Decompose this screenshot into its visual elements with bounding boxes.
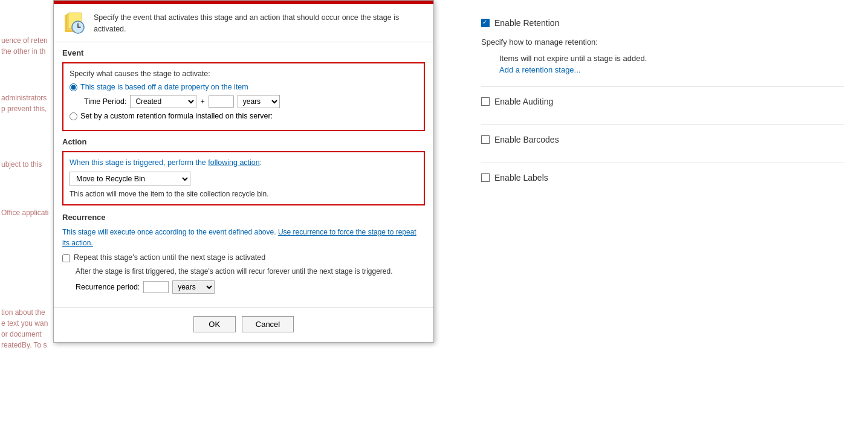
specify-retention-text: Specify how to manage retention: [481,37,844,47]
date-property-select[interactable]: Created Modified Declared Record [130,95,196,108]
action-select[interactable]: Move to Recycle Bin Permanently Delete T… [70,172,190,186]
repeat-checkbox-label[interactable]: Repeat this stage's action until the nex… [74,253,265,262]
recurrence-sub-text: After the stage is first triggered, the … [76,266,425,277]
repeat-checkbox[interactable] [62,254,70,262]
retention-info: Items will not expire until a stage is a… [499,54,844,74]
recurrence-desc-plain: This stage will execute once according t… [62,228,278,236]
dialog-footer: OK Cancel [54,307,433,342]
enable-retention-checkbox[interactable] [481,19,490,27]
radio-custom-formula[interactable] [70,112,77,120]
divider-3 [481,163,844,163]
bg-text-9: or document [1,330,42,338]
bg-text-1: uence of reten [1,36,48,45]
action-red-box: When this stage is triggered, perform th… [62,151,425,205]
recurrence-period-label: Recurrence period: [76,283,140,291]
dialog-body: Event Specify what causes the stage to a… [54,42,433,302]
event-red-box: Specify what causes the stage to activat… [62,62,425,131]
event-section-label: Event [62,48,425,57]
radio-date-property[interactable] [70,83,77,91]
enable-labels-row: Enable Labels [481,173,844,183]
action-section-label: Action [62,137,425,146]
trigger-text-link: following action [208,158,259,167]
time-period-row: Time Period: Created Modified Declared R… [84,95,418,108]
enable-barcodes-row: Enable Barcodes [481,135,844,144]
enable-retention-row: Enable Retention [481,18,844,28]
enable-barcodes-label: Enable Barcodes [494,135,559,144]
recurrence-period-unit-select[interactable]: years months days [172,280,215,294]
bg-text-6: Office applicati [1,208,49,217]
radio-formula-label[interactable]: Set by a custom retention formula instal… [80,112,273,120]
trigger-text-plain: When this stage is triggered, perform th… [70,158,208,167]
action-select-row: Move to Recycle Bin Permanently Delete T… [70,172,418,186]
dialog-description: Specify the event that activates this st… [94,12,425,35]
enable-auditing-checkbox[interactable] [481,97,490,106]
specify-cause-text: Specify what causes the stage to activat… [70,69,418,78]
add-retention-stage-link[interactable]: Add a retention stage... [499,65,580,74]
radio-date-property-row: This stage is based off a date property … [70,83,418,91]
recurrence-period-input[interactable] [143,281,169,293]
bg-text-10: reatedBy. To s [1,341,47,349]
action-trigger-text: When this stage is triggered, perform th… [70,158,418,167]
radio-date-label[interactable]: This stage is based off a date property … [80,83,248,91]
radio-custom-formula-row: Set by a custom retention formula instal… [70,112,418,120]
enable-labels-checkbox[interactable] [481,173,490,182]
trigger-text-colon: : [260,158,262,167]
stage-dialog: Specify the event that activates this st… [53,0,434,343]
recurrence-description: This stage will execute once according t… [62,227,425,248]
bg-text-8: e text you wan [1,319,48,328]
stage-icon [62,11,86,36]
time-period-number-input[interactable] [209,95,234,108]
repeat-checkbox-row: Repeat this stage's action until the nex… [62,253,425,262]
ok-button[interactable]: OK [193,316,236,332]
time-period-unit-select[interactable]: years months days [238,95,280,108]
bg-text-3: administrators [1,94,47,102]
bg-text-4: p prevent this, [1,105,47,113]
plus-sign: + [200,97,204,106]
enable-retention-label: Enable Retention [494,18,559,28]
retention-info-line1: Items will not expire until a stage is a… [499,54,844,63]
action-info-text: This action will move the item to the si… [70,190,418,198]
bg-text-7: tion about the [1,308,45,317]
divider-1 [481,86,844,87]
bg-text-2: the other in th [1,47,45,56]
cancel-button[interactable]: Cancel [242,316,294,332]
time-period-label: Time Period: [84,97,126,106]
recurrence-period-row: Recurrence period: years months days [76,280,425,294]
dialog-title-row: Specify the event that activates this st… [54,4,433,42]
recurrence-section: Recurrence This stage will execute once … [62,213,425,294]
enable-barcodes-checkbox[interactable] [481,135,490,144]
bg-text-5: ubject to this [1,160,42,169]
divider-2 [481,124,844,125]
recurrence-section-label: Recurrence [62,213,425,222]
enable-labels-label: Enable Labels [494,173,548,183]
enable-auditing-label: Enable Auditing [494,97,553,106]
enable-auditing-row: Enable Auditing [481,97,844,106]
right-panel: Enable Retention Specify how to manage r… [457,0,868,446]
